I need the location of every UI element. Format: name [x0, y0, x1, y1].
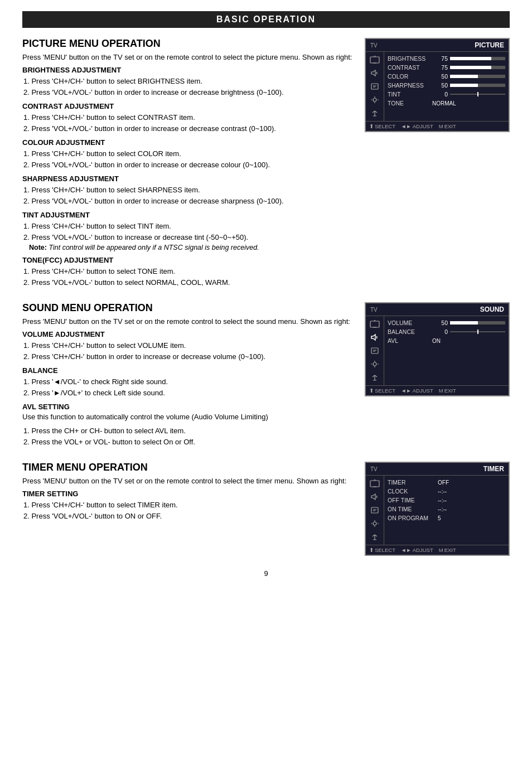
- sound-osd-body: VOLUME 50 BALANCE 0: [366, 316, 509, 385]
- tone-list: 1. Press 'CH+/CH-' button to select TONE…: [23, 266, 354, 288]
- tone-title: TONE(FCC) ADJUSTMENT: [22, 256, 354, 264]
- tone-value: NORMAL: [432, 100, 456, 106]
- svg-rect-34: [370, 481, 379, 487]
- sound-footer-adjust: ◄► ADJUST: [401, 388, 433, 394]
- footer-adjust: ◄► ADJUST: [401, 123, 433, 129]
- picture-osd-footer: ⬆ SELECT ◄► ADJUST M EXIT: [366, 121, 509, 131]
- tint-title: TINT ADJUSTMENT: [22, 211, 354, 219]
- timer-text: TIMER MENU OPERATION Press 'MENU' button…: [22, 462, 354, 522]
- tone-label: TONE: [388, 100, 432, 106]
- avl-value: ON: [432, 338, 441, 344]
- svg-rect-0: [370, 57, 379, 63]
- sound-osd-footer: ⬆ SELECT ◄► ADJUST M EXIT: [366, 385, 509, 395]
- timer-setting-list: 1. Press 'CH+/CH-' button to select TIME…: [23, 500, 354, 521]
- exit-icon: M: [439, 123, 443, 129]
- timer-osd-rows: TIMER OFF CLOCK --:-- OFF TIME --:-- ON …: [384, 476, 509, 545]
- channel-icon2: [369, 346, 380, 355]
- contrast-label: CONTRAST: [388, 64, 432, 71]
- offtime-row: OFF TIME --:--: [388, 496, 505, 505]
- list-item: 2. Press 'VOL+/VOL-' button to increase …: [23, 232, 354, 243]
- svg-rect-39: [371, 507, 378, 513]
- svg-marker-4: [371, 70, 375, 76]
- timer-row: TIMER OFF: [388, 478, 505, 487]
- clock-label: CLOCK: [388, 488, 438, 495]
- onprogram-row: ON PROGRAM 5: [388, 514, 505, 522]
- timer-value: OFF: [438, 480, 449, 486]
- contrast-value: 75: [432, 64, 448, 71]
- balance-list: 1. Press '◄/VOL-' to check Right side so…: [23, 376, 354, 398]
- timer-section-title: TIMER MENU OPERATION: [22, 462, 354, 473]
- contrast-list: 1. Press 'CH+/CH-' button to select CONT…: [23, 112, 354, 134]
- picture-text: PICTURE MENU OPERATION Press 'MENU' butt…: [22, 38, 354, 289]
- adjust-icon: ◄►: [401, 123, 412, 129]
- timer-osd-footer: ⬆ SELECT ◄► ADJUST M EXIT: [366, 545, 509, 555]
- tv-icon: [369, 55, 380, 64]
- picture-section-title: PICTURE MENU OPERATION: [22, 38, 354, 50]
- list-item: 1. Press '◄/VOL-' to check Right side so…: [23, 376, 354, 388]
- volume-value: 50: [432, 319, 448, 326]
- tint-label: TINT: [388, 91, 432, 98]
- tint-note: Note: Tint control will be appeared only…: [29, 244, 354, 251]
- timer-footer-adjust: ◄► ADJUST: [401, 547, 433, 553]
- sharpness-title: SHARPNESS ADJUSTMENT: [22, 175, 354, 183]
- color-label: COLOR: [388, 73, 432, 80]
- balance-tick: [450, 329, 505, 335]
- timer-osd-icons: [366, 476, 384, 545]
- timer-exit-icon: M: [439, 547, 443, 553]
- ontime-label: ON TIME: [388, 506, 438, 512]
- list-item: 2. Press 'VOL+/VOL-' button in order to …: [23, 196, 354, 207]
- sharpness-bar: [450, 84, 505, 87]
- sound-intro: Press 'MENU' button on the TV set or on …: [22, 317, 354, 326]
- colour-title: COLOUR ADJUSTMENT: [22, 138, 354, 147]
- timer-adjust-icon: ◄►: [401, 547, 412, 553]
- sharpness-label: SHARPNESS: [388, 82, 432, 89]
- picture-tone-row: TONE NORMAL: [388, 99, 505, 108]
- brightness-bar: [450, 57, 505, 60]
- sound-menu-box: TV SOUND: [365, 302, 510, 396]
- sound-exit-icon: M: [439, 388, 443, 394]
- timer-select-label: SELECT: [375, 547, 395, 553]
- tv-icon3: [369, 479, 380, 488]
- svg-rect-17: [370, 321, 379, 327]
- svg-rect-22: [371, 348, 378, 353]
- timer-menu-box: TV TIMER: [365, 462, 510, 556]
- timer-osd-body: TIMER OFF CLOCK --:-- OFF TIME --:-- ON …: [366, 476, 509, 545]
- sharpness-value: 50: [432, 82, 448, 89]
- picture-menu-box: TV PICTURE: [365, 38, 510, 132]
- timer-select-icon: ⬆: [369, 547, 374, 553]
- sound-section: SOUND MENU OPERATION Press 'MENU' button…: [22, 302, 510, 448]
- tint-value: 0: [432, 91, 448, 98]
- clock-row: CLOCK --:--: [388, 487, 505, 496]
- sound-adjust-icon: ◄►: [401, 388, 412, 394]
- contrast-title: CONTRAST ADJUSTMENT: [22, 102, 354, 110]
- footer-select: ⬆ SELECT: [369, 123, 395, 129]
- timer-footer-exit: M EXIT: [439, 547, 456, 553]
- picture-intro: Press 'MENU' button on the TV set or on …: [22, 53, 354, 61]
- contrast-bar: [450, 66, 505, 69]
- picture-brightness-row: BRIGHTNESS 75: [388, 54, 505, 63]
- sharpness-list: 1. Press 'CH+/CH-' button to select SHAR…: [23, 185, 354, 206]
- list-item: 1. Press 'CH+/CH-' button to select VOLU…: [23, 340, 354, 351]
- svg-marker-21: [371, 335, 375, 340]
- volume-title: VOLUME ADJUSTMENT: [22, 330, 354, 338]
- sound-osd-icons: [366, 316, 384, 385]
- timer-osd: TV TIMER: [365, 462, 510, 556]
- svg-point-25: [373, 362, 376, 366]
- sound-osd-header: TV SOUND: [366, 303, 509, 316]
- select-icon: ⬆: [369, 123, 374, 129]
- picture-osd-header: TV PICTURE: [366, 39, 509, 52]
- channel-icon: [369, 82, 380, 91]
- picture-osd: TV PICTURE: [365, 38, 510, 132]
- volume-list: 1. Press 'CH+/CH-' button to select VOLU…: [23, 340, 354, 362]
- list-item: 1. Press 'CH+/CH-' button to select TONE…: [23, 266, 354, 277]
- tv-icon2: [369, 319, 380, 328]
- avl-list: 1. Press the CH+ or CH- button to select…: [23, 425, 354, 447]
- timer-footer-select: ⬆ SELECT: [369, 547, 395, 553]
- list-item: 2. Press 'VOL+/VOL-' button in order to …: [23, 159, 354, 171]
- timer-menu-title: TIMER: [483, 465, 504, 473]
- adjust-label: ADJUST: [413, 123, 433, 129]
- svg-point-8: [373, 98, 376, 101]
- ontime-row: ON TIME --:--: [388, 505, 505, 514]
- picture-osd-body: BRIGHTNESS 75 CONTRAST 75: [366, 52, 509, 121]
- brightness-value: 75: [432, 55, 448, 62]
